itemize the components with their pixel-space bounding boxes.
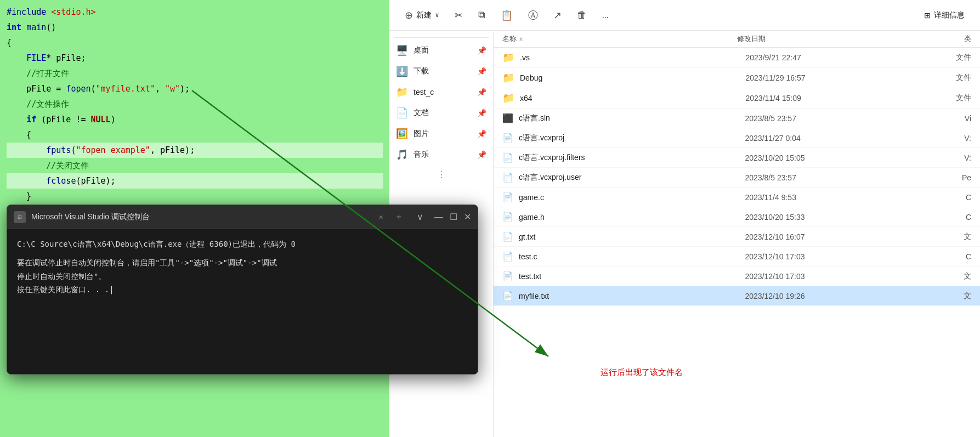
terminal-line-1: C:\C Source\c语言\x64\Debug\c语言.exe（进程 636… xyxy=(17,238,468,250)
code-line-9: { xyxy=(7,127,383,143)
code-line-5: //打开文件 xyxy=(7,66,383,81)
scroll-icon: ⋮ xyxy=(437,169,446,180)
rename-button[interactable]: Ⓐ xyxy=(522,5,545,25)
sidebar-item-downloads[interactable]: ⬇️ 下载 📌 xyxy=(389,61,493,82)
file-date: 2023/11/4 9:53 xyxy=(745,193,896,202)
sidebar-item-pictures[interactable]: 🖼️ 图片 📌 xyxy=(389,123,493,144)
file-list-header: 名称 ∧ 修改日期 类 xyxy=(494,31,980,48)
sidebar-item-music[interactable]: 🎵 音乐 📌 xyxy=(389,144,493,165)
terminal-body: C:\C Source\c语言\x64\Debug\c语言.exe（进程 636… xyxy=(7,229,478,374)
file-date: 2023/12/10 16:07 xyxy=(745,232,896,241)
sidebar-item-testc[interactable]: 📁 test_c 📌 xyxy=(389,82,493,103)
file-row[interactable]: 📄game.c2023/11/4 9:53C xyxy=(494,188,980,207)
testc-icon: 📁 xyxy=(396,86,408,98)
file-row[interactable]: 📄test.txt2023/12/10 17:03文 xyxy=(494,266,980,286)
file-type-label: 文 xyxy=(896,291,972,301)
share-button[interactable]: ↗ xyxy=(547,6,568,25)
file-type-label: C xyxy=(896,252,972,261)
paste-button[interactable]: 📋 xyxy=(494,6,519,25)
cut-button[interactable]: ✂ xyxy=(448,6,469,25)
tab-close-icon[interactable]: ✕ xyxy=(379,213,383,221)
file-date: 2023/11/27 0:04 xyxy=(745,134,896,143)
copy-button[interactable]: ⧉ xyxy=(472,6,492,24)
terminal-maximize-button[interactable]: ☐ xyxy=(450,212,457,222)
file-row[interactable]: 📄gt.txt2023/12/10 16:07文 xyxy=(494,227,980,247)
music-icon: 🎵 xyxy=(396,149,408,161)
delete-icon: 🗑 xyxy=(577,9,587,21)
file-date: 2023/8/5 23:57 xyxy=(745,114,896,123)
new-button[interactable]: ⊕ 新建 ∨ xyxy=(398,6,446,25)
file-type-label: C xyxy=(896,193,972,202)
sort-icon: ∧ xyxy=(519,36,523,42)
code-line-6: pFile = fopen("myfile.txt", "w"); xyxy=(7,81,383,97)
terminal-controls: ✕ + ∨ — ☐ ✕ xyxy=(377,212,471,222)
file-type-icon: 📁 xyxy=(502,72,514,84)
file-list-panel: 名称 ∧ 修改日期 类 📁.vs2023/9/21 22:47文件📁Debug2… xyxy=(494,31,980,437)
file-type-icon: 📁 xyxy=(502,52,514,64)
file-rows-container: 📁.vs2023/9/21 22:47文件📁Debug2023/11/29 16… xyxy=(494,48,980,306)
delete-button[interactable]: 🗑 xyxy=(570,6,593,24)
file-type-icon: 📄 xyxy=(502,132,513,144)
file-type-label: 文 xyxy=(896,271,972,281)
file-name: Debug xyxy=(520,73,746,82)
file-row[interactable]: 📄myfile.txt2023/12/10 19:26文 xyxy=(494,286,980,306)
file-type-label: 文件 xyxy=(896,73,971,83)
file-row[interactable]: 📄game.h2023/10/20 15:33C xyxy=(494,207,980,227)
file-type-label: C xyxy=(896,213,972,222)
file-type-label: V: xyxy=(896,154,972,162)
more-button[interactable]: ... xyxy=(596,8,615,23)
sidebar-divider-top xyxy=(394,37,489,38)
file-date: 2023/12/10 17:03 xyxy=(745,252,896,261)
file-type-label: V: xyxy=(896,134,972,143)
file-row[interactable]: 📁Debug2023/11/29 16:57文件 xyxy=(494,68,980,88)
header-date-col: 修改日期 xyxy=(737,34,891,44)
sidebar-docs-label: 文档 xyxy=(413,108,429,118)
file-name: c语言.vcxproj.user xyxy=(519,173,745,183)
copy-icon: ⧉ xyxy=(478,9,485,21)
file-name: .vs xyxy=(520,53,746,62)
pin-icon-2: 📌 xyxy=(477,67,486,76)
sidebar-testc-label: test_c xyxy=(413,88,434,97)
more-label: ... xyxy=(602,11,609,20)
file-date: 2023/9/21 22:47 xyxy=(746,53,896,62)
file-row[interactable]: ⬛c语言.sln2023/8/5 23:57Vi xyxy=(494,109,980,128)
sidebar-item-desktop[interactable]: 🖥️ 桌面 📌 xyxy=(389,40,493,61)
file-row[interactable]: 📄c语言.vcxproj2023/11/27 0:04V: xyxy=(494,128,980,148)
terminal-minimize-button[interactable]: — xyxy=(434,212,443,222)
terminal-add-tab-button[interactable]: + xyxy=(392,212,406,222)
terminal-close-button[interactable]: ✕ xyxy=(464,212,471,222)
detail-button[interactable]: ⊞ 详细信息 xyxy=(917,7,971,24)
new-icon: ⊕ xyxy=(405,9,413,21)
code-line-10: fputs("fopen example", pFile); xyxy=(7,143,383,158)
file-date: 2023/10/20 15:33 xyxy=(745,213,896,222)
share-icon: ↗ xyxy=(553,9,562,21)
file-type-icon: 📄 xyxy=(502,152,513,163)
file-type-label: Pe xyxy=(896,173,972,182)
file-row[interactable]: 📁x642023/11/4 15:09文件 xyxy=(494,88,980,109)
file-row[interactable]: 📄c语言.vcxproj.user2023/8/5 23:57Pe xyxy=(494,168,980,188)
pictures-icon: 🖼️ xyxy=(396,128,408,140)
cut-icon: ✂ xyxy=(455,9,463,21)
file-type-icon: 📄 xyxy=(502,251,513,262)
file-type-icon: 📄 xyxy=(502,211,513,223)
sidebar-item-docs[interactable]: 📄 文档 📌 xyxy=(389,103,493,123)
pin-icon-5: 📌 xyxy=(477,129,486,138)
file-row[interactable]: 📁.vs2023/9/21 22:47文件 xyxy=(494,48,980,68)
file-date: 2023/12/10 19:26 xyxy=(745,292,896,300)
file-name: game.c xyxy=(519,193,745,202)
file-name: myfile.txt xyxy=(519,292,745,300)
file-type-icon: 📁 xyxy=(502,92,514,104)
file-date: 2023/10/20 15:05 xyxy=(745,154,896,162)
code-line-3: { xyxy=(7,35,383,50)
file-row[interactable]: 📄test.c2023/12/10 17:03C xyxy=(494,247,980,266)
file-row[interactable]: 📄c语言.vcxproj.filters2023/10/20 15:05V: xyxy=(494,148,980,168)
scroll-more-btn[interactable]: ⋮ xyxy=(389,165,493,184)
sidebar-desktop-label: 桌面 xyxy=(413,46,429,55)
pin-icon-3: 📌 xyxy=(477,88,486,97)
file-date: 2023/11/29 16:57 xyxy=(746,73,896,82)
file-type-label: 文件 xyxy=(896,93,971,103)
terminal-dropdown-button[interactable]: ∨ xyxy=(412,212,428,222)
file-date: 2023/11/4 15:09 xyxy=(746,94,896,103)
file-type-icon: 📄 xyxy=(502,270,513,282)
terminal-window[interactable]: ⊡ Microsoft Visual Studio 调试控制台 ✕ + ∨ — … xyxy=(7,205,478,374)
